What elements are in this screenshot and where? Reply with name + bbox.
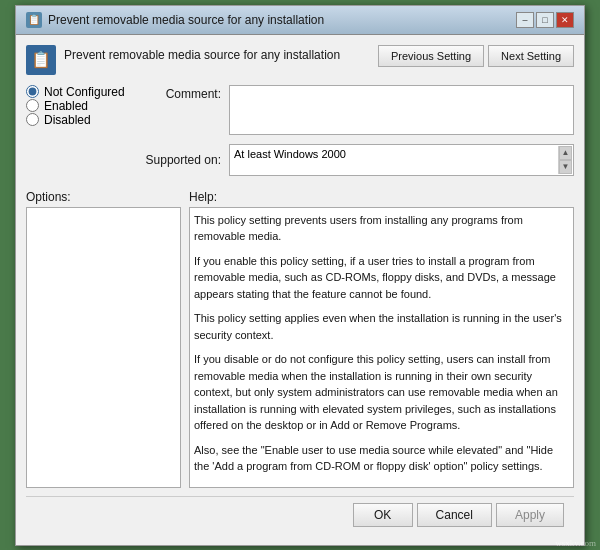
policy-icon: 📋 xyxy=(26,45,56,75)
comment-row: Comment: xyxy=(131,85,574,138)
radio-enabled-input[interactable] xyxy=(26,99,39,112)
supported-row: Supported on: At least Windows 2000 ▲ ▼ xyxy=(131,144,574,176)
options-label: Options: xyxy=(26,190,181,204)
title-bar-left: 📋 Prevent removable media source for any… xyxy=(26,12,324,28)
apply-button[interactable]: Apply xyxy=(496,503,564,527)
supported-label: Supported on: xyxy=(131,153,221,167)
bottom-bar: OK Cancel Apply xyxy=(26,496,574,535)
help-paragraph: If you disable or do not configure this … xyxy=(194,351,569,434)
watermark: wsxkv.com xyxy=(555,538,596,548)
restore-button[interactable]: □ xyxy=(536,12,554,28)
previous-setting-button[interactable]: Previous Setting xyxy=(378,45,484,67)
radio-disabled-input[interactable] xyxy=(26,113,39,126)
right-fields: Comment: Supported on: At least Windows … xyxy=(131,85,574,182)
dialog-title: Prevent removable media source for any i… xyxy=(48,13,324,27)
main-dialog: 📋 Prevent removable media source for any… xyxy=(15,5,585,546)
navigation-buttons: Previous Setting Next Setting xyxy=(378,45,574,67)
scroll-down-arrow[interactable]: ▼ xyxy=(559,160,572,174)
title-bar: 📋 Prevent removable media source for any… xyxy=(16,6,584,35)
radio-disabled-label: Disabled xyxy=(44,113,91,127)
dialog-body: 📋 Prevent removable media source for any… xyxy=(16,35,584,545)
scroll-up-arrow[interactable]: ▲ xyxy=(559,146,572,160)
help-paragraph: This policy setting applies even when th… xyxy=(194,310,569,343)
two-panel: Options: Help: This policy setting preve… xyxy=(26,190,574,488)
help-paragraph: Also, see the "Enable user to use media … xyxy=(194,442,569,475)
options-box xyxy=(26,207,181,488)
radio-group: Not Configured Enabled Disabled xyxy=(26,85,131,182)
policy-title: Prevent removable media source for any i… xyxy=(64,45,368,64)
dialog-icon: 📋 xyxy=(26,12,42,28)
radio-disabled: Disabled xyxy=(26,113,131,127)
radio-enabled-label: Enabled xyxy=(44,99,88,113)
comment-label: Comment: xyxy=(131,85,221,101)
radio-not-configured: Not Configured xyxy=(26,85,131,99)
supported-scrollbar: ▲ ▼ xyxy=(558,146,572,174)
help-box: This policy setting prevents users from … xyxy=(189,207,574,488)
help-label: Help: xyxy=(189,190,574,204)
help-paragraph: This policy setting prevents users from … xyxy=(194,212,569,245)
close-button[interactable]: ✕ xyxy=(556,12,574,28)
ok-button[interactable]: OK xyxy=(353,503,413,527)
supported-value-box: At least Windows 2000 ▲ ▼ xyxy=(229,144,574,176)
next-setting-button[interactable]: Next Setting xyxy=(488,45,574,67)
title-controls: – □ ✕ xyxy=(516,12,574,28)
radio-enabled: Enabled xyxy=(26,99,131,113)
main-section: Not Configured Enabled Disabled Comment: xyxy=(26,85,574,182)
radio-not-configured-input[interactable] xyxy=(26,85,39,98)
header-left: 📋 Prevent removable media source for any… xyxy=(26,45,368,75)
options-panel: Options: xyxy=(26,190,181,488)
radio-not-configured-label: Not Configured xyxy=(44,85,125,99)
cancel-button[interactable]: Cancel xyxy=(417,503,492,527)
help-paragraph: If you enable this policy setting, if a … xyxy=(194,253,569,303)
supported-value: At least Windows 2000 xyxy=(234,148,346,160)
minimize-button[interactable]: – xyxy=(516,12,534,28)
header-row: 📋 Prevent removable media source for any… xyxy=(26,45,574,75)
comment-textarea[interactable] xyxy=(229,85,574,135)
help-panel: Help: This policy setting prevents users… xyxy=(189,190,574,488)
comment-container xyxy=(229,85,574,138)
